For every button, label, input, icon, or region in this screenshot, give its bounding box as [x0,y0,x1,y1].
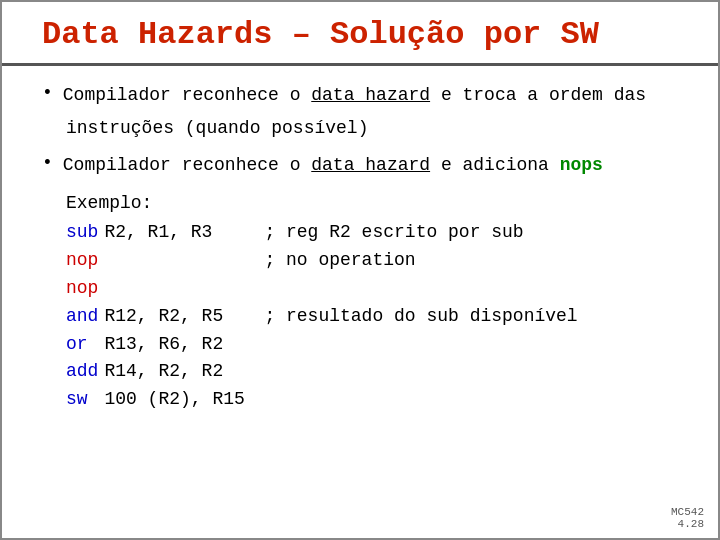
table-row: add R14, R2, R2 [66,358,584,386]
table-row: sw 100 (R2), R15 [66,386,584,414]
args-nop2 [104,275,264,303]
bullet-continuation-1: instruções (quando possível) [66,115,678,142]
slide-body: • Compilador reconhece o data hazard e t… [2,66,718,538]
instr-add: add [66,358,104,386]
args-nop1 [104,247,264,275]
bullet-text-2: Compilador reconhece o data hazard e adi… [63,152,603,179]
args-or: R13, R6, R2 [104,331,264,359]
comment-sw [264,386,583,414]
args-and: R12, R2, R5 [104,303,264,331]
args-sw: 100 (R2), R15 [104,386,264,414]
instr-and: and [66,303,104,331]
table-row: sub R2, R1, R3 ; reg R2 escrito por sub [66,219,584,247]
table-row: and R12, R2, R5 ; resultado do sub dispo… [66,303,584,331]
table-row: or R13, R6, R2 [66,331,584,359]
comment-nop2 [264,275,583,303]
slide-header: Data Hazards – Solução por SW [2,2,718,66]
bullet-dot-1: • [42,83,53,103]
comment-sub: ; reg R2 escrito por sub [264,219,583,247]
args-sub: R2, R1, R3 [104,219,264,247]
example-label: Exemplo: [66,193,678,213]
bullet-item-2: • Compilador reconhece o data hazard e a… [42,152,678,179]
data-hazard-underline-2: data hazard [311,155,430,175]
instr-or: or [66,331,104,359]
bullet-item-1: • Compilador reconhece o data hazard e t… [42,82,678,109]
slide-title: Data Hazards – Solução por SW [42,16,678,53]
slide-footer: MC542 4.28 [671,506,704,530]
code-table: sub R2, R1, R3 ; reg R2 escrito por sub … [66,219,584,414]
footer-course: MC542 [671,506,704,518]
data-hazard-underline-1: data hazard [311,85,430,105]
instr-sw: sw [66,386,104,414]
example-section: Exemplo: sub R2, R1, R3 ; reg R2 escrito… [66,193,678,414]
slide-container: Data Hazards – Solução por SW • Compilad… [0,0,720,540]
table-row: nop ; no operation [66,247,584,275]
table-row: nop [66,275,584,303]
args-add: R14, R2, R2 [104,358,264,386]
instr-nop2: nop [66,275,104,303]
comment-nop1: ; no operation [264,247,583,275]
comment-and: ; resultado do sub disponível [264,303,583,331]
bullet-text-1: Compilador reconhece o data hazard e tro… [63,82,646,109]
instr-nop1: nop [66,247,104,275]
instr-sub: sub [66,219,104,247]
nops-highlight: nops [560,155,603,175]
comment-add [264,358,583,386]
bullet-dot-2: • [42,153,53,173]
footer-page: 4.28 [678,518,704,530]
comment-or [264,331,583,359]
